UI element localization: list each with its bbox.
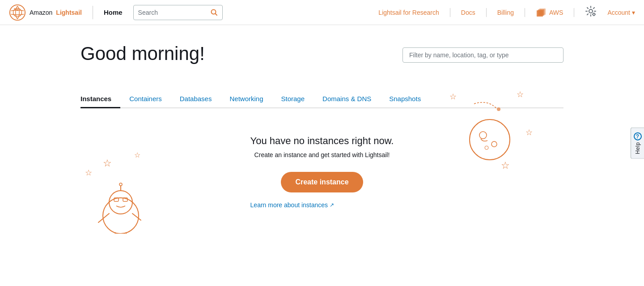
empty-state: ☆ ☆ ☆ You h [80, 108, 564, 226]
filter-input[interactable] [402, 47, 564, 63]
svg-line-4 [215, 13, 217, 15]
empty-state-subtitle: Create an instance and get started with … [250, 151, 394, 158]
account-label: Account [607, 9, 630, 16]
svg-point-2 [17, 9, 18, 11]
greeting-heading: Good morning! [80, 43, 205, 64]
tab-snapshots[interactable]: Snapshots [380, 90, 430, 108]
create-instance-button[interactable]: Create instance [281, 172, 363, 192]
home-label: Home [104, 9, 123, 16]
main-content: Good morning! Instances Containers Datab… [54, 25, 590, 244]
help-question-icon: ? [634, 132, 642, 140]
svg-text:☆: ☆ [525, 128, 533, 137]
search-icon [211, 9, 218, 16]
svg-line-21 [126, 233, 129, 234]
svg-text:☆: ☆ [103, 158, 112, 169]
nav-sep-3 [525, 8, 525, 17]
svg-point-0 [10, 4, 25, 20]
search-box[interactable] [133, 5, 223, 20]
svg-text:☆: ☆ [85, 168, 92, 177]
search-button[interactable] [211, 9, 218, 16]
svg-point-15 [109, 191, 132, 214]
external-link-icon: ↗ [330, 202, 334, 208]
filter-bar [402, 47, 564, 63]
nav-aws-label: AWS [549, 9, 563, 16]
account-button[interactable]: Account ▾ [607, 9, 635, 16]
nav-research-link[interactable]: Lightsail for Research [378, 9, 439, 16]
nav-docs-link[interactable]: Docs [461, 9, 475, 16]
header-nav: Lightsail for Research Docs Billing AWS [378, 5, 635, 20]
svg-text:☆: ☆ [134, 151, 140, 159]
header-divider [93, 6, 93, 19]
svg-point-26 [497, 107, 500, 111]
chevron-down-icon: ▾ [632, 9, 635, 16]
help-panel[interactable]: ? Help [631, 127, 644, 159]
logo[interactable]: Amazon Lightsail [9, 4, 82, 21]
nav-aws-link[interactable]: AWS [536, 7, 563, 18]
svg-point-8 [589, 9, 593, 13]
tab-domains-dns[interactable]: Domains & DNS [314, 90, 380, 108]
svg-point-29 [491, 141, 497, 147]
learn-more-text: Learn more about instances [250, 201, 328, 209]
nav-sep-4 [574, 8, 574, 17]
empty-state-title: You have no instances right now. [250, 135, 394, 147]
svg-point-14 [103, 198, 139, 234]
svg-line-20 [113, 233, 115, 234]
svg-text:☆: ☆ [517, 90, 524, 99]
nav-billing-link[interactable]: Billing [497, 9, 514, 16]
logo-amazon-text: Amazon [30, 9, 52, 16]
settings-icon[interactable] [585, 5, 597, 20]
svg-text:☆: ☆ [501, 160, 510, 171]
logo-icon [9, 4, 26, 21]
tab-containers[interactable]: Containers [120, 90, 171, 108]
help-label: Help [635, 142, 641, 154]
svg-rect-7 [538, 9, 544, 16]
aws-cube-icon [536, 7, 547, 18]
logo-lightsail-text: Lightsail [56, 9, 82, 16]
tab-networking[interactable]: Networking [220, 90, 272, 108]
planet-illustration: ☆ ☆ ☆ ☆ [447, 90, 537, 182]
search-input[interactable] [138, 9, 211, 16]
tab-storage[interactable]: Storage [272, 90, 314, 108]
learn-more-link[interactable]: Learn more about instances ↗ [250, 201, 394, 209]
robot-illustration: ☆ ☆ ☆ [80, 144, 161, 235]
header: Amazon Lightsail Home Lightsail for Rese… [0, 0, 644, 25]
tab-databases[interactable]: Databases [171, 90, 221, 108]
svg-point-27 [470, 120, 510, 160]
tab-instances[interactable]: Instances [80, 90, 120, 108]
svg-text:☆: ☆ [449, 92, 457, 101]
svg-point-30 [485, 146, 488, 149]
svg-point-28 [479, 132, 487, 139]
gear-svg [585, 5, 597, 17]
nav-sep-2 [486, 8, 487, 17]
nav-sep-1 [450, 8, 450, 17]
